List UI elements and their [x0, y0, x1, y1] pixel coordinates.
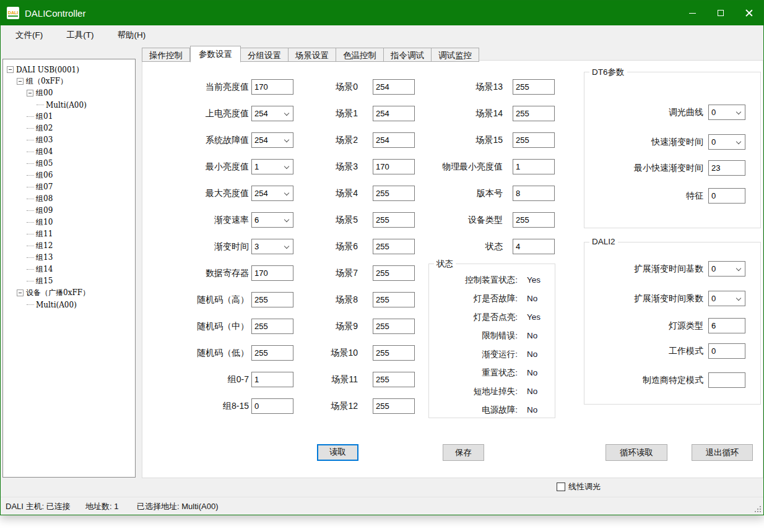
scene-8-input[interactable]: [373, 292, 415, 307]
data-register-input[interactable]: [251, 265, 293, 281]
tree-item[interactable]: 组（0xFF）: [3, 75, 135, 87]
resize-grip-icon[interactable]: [754, 505, 762, 513]
tree-item[interactable]: 组12: [3, 240, 135, 252]
fade-rate-combo[interactable]: 6: [251, 212, 293, 228]
group-8-15-input[interactable]: [251, 398, 293, 414]
menu-item-help[interactable]: 帮助(H): [110, 27, 154, 44]
exit-loop-button[interactable]: 退出循环: [692, 444, 753, 461]
tree-item-label: 组00: [36, 88, 53, 98]
collapse-icon[interactable]: [27, 90, 33, 97]
tree-connector: [27, 140, 34, 140]
system-failure-level-combo[interactable]: 254: [251, 132, 293, 148]
tree-item[interactable]: 设备（广播0xFF）: [3, 287, 135, 299]
tab-operation-control[interactable]: 操作控制: [142, 48, 190, 62]
scene-2-input[interactable]: [373, 132, 415, 148]
max-level-combo[interactable]: 254: [251, 186, 293, 201]
collapse-icon[interactable]: [17, 78, 24, 85]
tree-item[interactable]: 组14: [3, 264, 135, 275]
tree-item[interactable]: 组10: [3, 217, 135, 228]
scene-5-label: 场景5: [291, 212, 358, 228]
tree-item[interactable]: 组01: [3, 111, 135, 122]
power-on-level-combo[interactable]: 254: [251, 106, 293, 121]
scene-15-input[interactable]: [513, 132, 555, 148]
features-input[interactable]: [708, 188, 745, 204]
tab-grouping-setting[interactable]: 分组设置: [241, 48, 289, 62]
version-input[interactable]: [513, 186, 555, 201]
random-code-high-input[interactable]: [251, 292, 293, 307]
current-level-input[interactable]: [251, 79, 293, 95]
menu-item-tools[interactable]: 工具(T): [59, 27, 101, 44]
min-fast-fade-time-input[interactable]: [708, 160, 745, 176]
tree-item[interactable]: 组09: [3, 205, 135, 217]
maximize-button[interactable]: [706, 1, 735, 25]
ext-fade-base-combo[interactable]: 0: [708, 261, 745, 277]
tree-item[interactable]: 组06: [3, 169, 135, 181]
scene-7-input[interactable]: [373, 265, 415, 281]
status-value: Yes: [527, 274, 540, 286]
tab-command-debug[interactable]: 指令调试: [384, 48, 432, 62]
tree-connector: [27, 152, 34, 152]
status-value-input[interactable]: [513, 239, 555, 254]
group-0-7-input[interactable]: [251, 372, 293, 387]
status-group-title: 状态: [434, 259, 456, 270]
close-button[interactable]: [735, 1, 763, 25]
scene-4-input[interactable]: [373, 186, 415, 201]
tab-parameter-setting[interactable]: 参数设置: [190, 46, 241, 62]
linear-dimming-checkbox[interactable]: [557, 483, 565, 491]
tree-item[interactable]: Multi(A00): [3, 99, 135, 111]
collapse-icon[interactable]: [17, 290, 24, 296]
tree-item[interactable]: 组04: [3, 146, 135, 158]
scene-13-input[interactable]: [513, 79, 555, 95]
tree-item[interactable]: 组15: [3, 275, 135, 287]
tree-item[interactable]: 组07: [3, 181, 135, 193]
fast-fade-time-combo[interactable]: 0: [708, 134, 745, 150]
physical-min-level-input[interactable]: [513, 159, 555, 174]
ext-fade-mult-combo[interactable]: 0: [708, 291, 745, 306]
random-code-mid-label: 随机码（中）: [142, 319, 249, 334]
loop-read-button[interactable]: 循环读取: [606, 444, 667, 461]
minimize-button[interactable]: [678, 1, 706, 25]
light-source-type-input[interactable]: [708, 318, 745, 333]
collapse-icon[interactable]: [7, 66, 14, 73]
tree-item[interactable]: DALI USB(0001): [3, 64, 135, 75]
operating-mode-input[interactable]: [708, 343, 745, 359]
random-code-mid-input[interactable]: [251, 319, 293, 334]
tree-item[interactable]: 组13: [3, 252, 135, 264]
scene-0-input[interactable]: [373, 79, 415, 95]
dimming-curve-combo[interactable]: 0: [708, 105, 745, 120]
read-button[interactable]: 读取: [317, 444, 358, 461]
scene-6-input[interactable]: [373, 239, 415, 254]
tab-debug-monitor[interactable]: 调试监控: [432, 48, 479, 62]
min-level-combo[interactable]: 1: [251, 159, 293, 174]
tree-item[interactable]: 组03: [3, 134, 135, 146]
manufacturer-mode-input[interactable]: [708, 372, 745, 388]
scene-11-input[interactable]: [373, 372, 415, 387]
scene-14-input[interactable]: [513, 106, 555, 121]
menu-item-file[interactable]: 文件(F): [8, 27, 50, 44]
scene-9-input[interactable]: [373, 319, 415, 334]
tree-item[interactable]: 组02: [3, 122, 135, 134]
combo-value: 0: [711, 294, 716, 303]
minimize-icon: [689, 13, 696, 14]
scene-5-input[interactable]: [373, 212, 415, 228]
random-code-low-input[interactable]: [251, 345, 293, 361]
device-type-input[interactable]: [513, 212, 555, 228]
window-title: DALIController: [25, 8, 85, 19]
tree-item-label: Multi(A00): [36, 301, 77, 309]
status-selected-address: 已选择地址: Multi(A00): [137, 497, 218, 515]
fade-time-combo[interactable]: 3: [251, 239, 293, 254]
tree-item[interactable]: 组00: [3, 87, 135, 99]
tree-item[interactable]: 组05: [3, 158, 135, 169]
scene-12-input[interactable]: [373, 398, 415, 414]
tree-item[interactable]: 组08: [3, 193, 135, 205]
scene-12-label: 场景12: [291, 398, 358, 414]
group-8-15-label: 组8-15: [142, 398, 249, 414]
tab-scene-setting[interactable]: 场景设置: [289, 48, 336, 62]
scene-1-input[interactable]: [373, 106, 415, 121]
scene-10-input[interactable]: [373, 345, 415, 361]
tab-color-temp-control[interactable]: 色温控制: [336, 48, 384, 62]
tree-item[interactable]: 组11: [3, 228, 135, 240]
tree-item[interactable]: Multi(A00): [3, 299, 135, 311]
scene-3-input[interactable]: [373, 159, 415, 174]
save-button[interactable]: 保存: [443, 444, 484, 461]
